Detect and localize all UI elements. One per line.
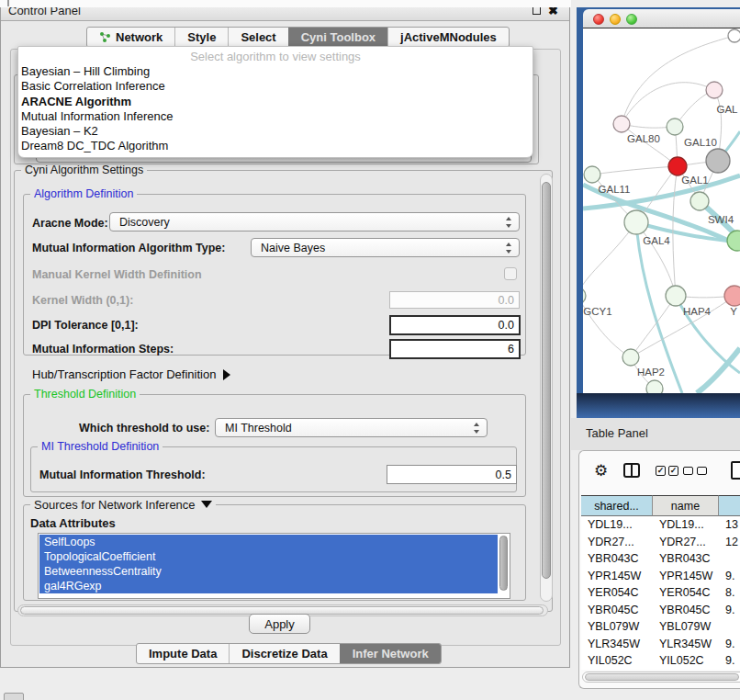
table-row[interactable]: YIL052CYIL052C9. — [581, 652, 740, 670]
table-cell: YPR145W — [581, 568, 653, 585]
which-threshold-select[interactable]: MI Threshold — [215, 418, 488, 437]
algorithm-option[interactable]: Mutual Information Inference — [18, 109, 533, 124]
table-row[interactable]: YDR27...YDR27...12 — [581, 534, 740, 551]
tab-label: Select — [241, 30, 275, 44]
mi-algorithm-type-value: Naive Bayes — [261, 242, 325, 254]
collapse-arrow-icon — [201, 501, 212, 508]
table-row[interactable]: YBL079WYBL079W — [581, 618, 740, 636]
gear-icon[interactable]: ⚙ — [594, 461, 608, 480]
columns-icon[interactable] — [623, 463, 640, 478]
network-node-label: HAP4 — [683, 306, 712, 317]
mi-steps-input[interactable] — [389, 339, 521, 359]
column-header-shared[interactable]: shared... — [581, 495, 653, 516]
network-node-hap2[interactable] — [622, 349, 639, 366]
network-node-gal4[interactable] — [624, 210, 648, 234]
tab-network[interactable]: Network — [87, 28, 174, 47]
network-edge[interactable] — [631, 296, 676, 357]
data-attribute-item[interactable]: gal4RGexp — [39, 579, 498, 593]
table-row[interactable]: YER054CYER054C8. — [581, 584, 740, 602]
data-attribute-item[interactable]: TopologicalCoefficient — [39, 549, 498, 564]
bottom-tab-impute-data[interactable]: Impute Data — [137, 644, 229, 663]
network-edge[interactable] — [583, 222, 636, 296]
table-row[interactable]: YLR345WYLR345W9. — [581, 636, 740, 653]
mi-steps-label: Mutual Information Steps: — [32, 339, 174, 359]
table-cell: YBR045C — [653, 602, 719, 619]
network-node-gal10[interactable] — [667, 119, 683, 135]
expand-arrow-icon — [223, 369, 230, 380]
export-table-icon[interactable] — [731, 461, 740, 480]
column-header-a[interactable]: A — [719, 495, 740, 516]
network-edge[interactable] — [592, 166, 678, 175]
settings-vertical-scrollbar[interactable] — [540, 174, 553, 602]
algorithm-dropdown-placeholder: Select algorithm to view settings — [18, 49, 533, 64]
mac-close-button[interactable] — [593, 14, 604, 25]
tab-cyni-toolbox[interactable]: Cyni Toolbox — [288, 28, 387, 47]
data-attributes-list[interactable]: SelfLoopsTopologicalCoefficientBetweenne… — [38, 533, 510, 599]
bottom-tab-discretize-data[interactable]: Discretize Data — [229, 644, 339, 663]
table-row[interactable]: YBR045CYBR045C9. — [581, 602, 740, 619]
algorithm-option[interactable]: Dream8 DC_TDC Algorithm — [18, 139, 533, 153]
network-node-gal1[interactable] — [668, 157, 687, 175]
table-row[interactable]: YBR043CYBR043C — [581, 550, 740, 568]
tab-select[interactable]: Select — [228, 28, 287, 47]
mac-zoom-button[interactable] — [626, 14, 637, 25]
bottom-tab-infer-network[interactable]: Infer Network — [340, 644, 441, 663]
network-node-label: HAP2 — [637, 367, 665, 378]
tab-label: Cyni Toolbox — [301, 30, 376, 44]
table-cell: YER054C — [581, 584, 653, 602]
mac-minimize-button[interactable] — [610, 14, 621, 25]
apply-button[interactable]: Apply — [249, 614, 310, 634]
network-node-y[interactable] — [724, 286, 740, 306]
network-node-label: GAL80 — [627, 133, 660, 144]
data-attribute-item[interactable]: SelfLoops — [39, 535, 498, 549]
sources-legend[interactable]: Sources for Network Inference — [30, 498, 216, 512]
checked-columns-icon[interactable]: ✓✓ — [656, 466, 678, 476]
kernel-width-input[interactable] — [389, 291, 520, 309]
control-panel-window: Control Panel ✖ NetworkStyleSelectCyni T… — [0, 0, 570, 668]
tab-jactivemnodules[interactable]: jActiveMNodules — [387, 28, 509, 47]
table-cell: YBR045C — [581, 602, 653, 619]
mi-threshold-legend: MI Threshold Definition — [38, 440, 163, 453]
network-node-gal[interactable] — [706, 82, 723, 98]
network-node-gal80[interactable] — [613, 116, 630, 132]
attribute-list-scrollbar[interactable] — [499, 536, 508, 591]
network-node-swi4[interactable] — [690, 192, 709, 210]
dpi-tolerance-input[interactable] — [389, 315, 521, 335]
table-cell: 8. — [719, 584, 740, 602]
algorithm-option[interactable]: ARACNE Algorithm — [18, 95, 533, 109]
network-canvas[interactable]: GALGAL80GAL10GAL1GAL11SWI4GAL4GCY1HAP4YH… — [583, 28, 740, 393]
network-node-label: GAL — [716, 104, 738, 115]
hub-definition-toggle[interactable]: Hub/Transcription Factor Definition — [32, 367, 230, 383]
column-header-name[interactable]: name — [653, 495, 719, 516]
algorithm-definition-legend: Algorithm Definition — [30, 187, 137, 200]
algorithm-option[interactable]: Basic Correlation Inference — [18, 79, 533, 94]
data-attribute-item[interactable]: BetweennessCentrality — [39, 564, 498, 579]
network-node-hap4[interactable] — [666, 286, 686, 306]
aracne-mode-select[interactable]: Discovery — [109, 212, 520, 231]
close-icon[interactable]: ✖ — [548, 6, 558, 16]
algorithm-option[interactable]: Bayesian – K2 — [18, 124, 533, 139]
window-grip[interactable] — [4, 693, 24, 700]
float-window-icon[interactable] — [533, 6, 541, 15]
tab-style[interactable]: Style — [174, 28, 228, 47]
network-edge[interactable] — [622, 83, 714, 124]
table-row[interactable]: YPR145WYPR145W9. — [581, 568, 740, 585]
network-window-titlebar[interactable] — [583, 9, 740, 28]
algorithm-option[interactable]: Bayesian – Hill Climbing — [18, 64, 533, 79]
table-cell: YDL19... — [581, 516, 653, 534]
table-row[interactable]: YDL19...YDL19...13 — [581, 516, 740, 534]
network-node[interactable] — [728, 29, 740, 42]
network-node[interactable] — [727, 231, 740, 251]
network-node-label: GAL4 — [643, 235, 670, 246]
mi-algorithm-type-label: Mutual Information Algorithm Type: — [32, 239, 225, 258]
mi-algorithm-type-select[interactable]: Naive Bayes — [251, 238, 520, 257]
network-node[interactable] — [706, 149, 730, 173]
table-horizontal-scrollbar[interactable] — [582, 672, 740, 683]
unchecked-columns-icon[interactable] — [683, 467, 707, 475]
network-node-gcy1[interactable] — [583, 288, 586, 304]
manual-kernel-width-checkbox[interactable] — [504, 267, 517, 280]
algorithm-dropdown-list[interactable]: Select algorithm to view settings Bayesi… — [17, 46, 533, 158]
mi-threshold-input[interactable] — [387, 465, 517, 484]
network-node[interactable] — [646, 380, 663, 393]
network-node-gal11[interactable] — [584, 166, 600, 183]
